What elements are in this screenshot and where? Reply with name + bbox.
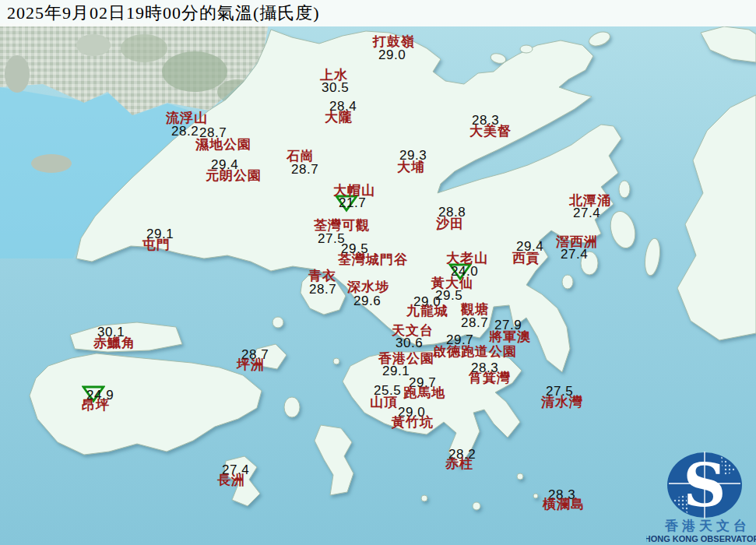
station-temp: 28.2 (171, 125, 199, 138)
station-temp: 27.4 (573, 206, 600, 220)
station-name: 青衣 (308, 269, 336, 283)
station-name: 北潭涌 (569, 194, 611, 207)
map-title-text: 2025年9月02日19時00分的氣溫(攝氏度) (7, 2, 320, 25)
station-name: 滘西洲 (556, 235, 598, 248)
station-temp: 30.6 (396, 336, 423, 350)
logo-english-text: HONG KONG OBSERVATORY (646, 534, 756, 543)
station-name: 啟德跑道公園 (433, 345, 517, 358)
station-name: 筲箕灣 (469, 371, 511, 385)
station-name: 清水灣 (541, 396, 583, 409)
station-name: 橫瀾島 (543, 498, 585, 511)
station-name: 跑馬地 (403, 386, 445, 399)
station-temp: 29.1 (382, 364, 410, 378)
logo-chinese-text: 香港天文台 (664, 519, 751, 533)
station-temp: 27.4 (561, 248, 588, 261)
station-name: 九龍城 (406, 304, 448, 318)
station-temp: 29.0 (378, 48, 406, 62)
station-name: 大埔 (397, 160, 425, 174)
station-name: 流浮山 (166, 111, 208, 125)
station-name: 大隴 (325, 111, 353, 124)
station-temp: 28.7 (291, 163, 318, 176)
station-name: 大老山 (446, 251, 488, 265)
station-name: 上水 (320, 69, 348, 82)
station-temp: 28.7 (309, 283, 336, 296)
station-name: 赤柱 (445, 457, 473, 470)
station-name: 黃大仙 (431, 276, 473, 290)
station-name: 深水埗 (347, 280, 389, 294)
station-name: 坪洲 (237, 358, 265, 371)
station-name: 屯門 (142, 238, 171, 251)
station-name: 西貢 (512, 251, 540, 265)
station-name: 大帽山 (333, 184, 375, 197)
station-name: 黃竹坑 (392, 416, 434, 429)
station-temp: 21.7 (339, 196, 366, 209)
station-temp: 29.6 (353, 294, 381, 308)
station-name: 元朗公園 (206, 169, 262, 182)
station-name: 將軍澳 (489, 330, 531, 343)
station-name: 打鼓嶺 (373, 35, 415, 48)
station-name: 香港公園 (378, 352, 434, 365)
station-name: 赤鱲角 (93, 336, 135, 350)
station-name: 山頂 (370, 396, 398, 409)
station-name: 長洲 (217, 473, 245, 487)
station-name: 荃灣城門谷 (338, 253, 408, 266)
temperature-map-screen: 2025年9月02日19時00分的氣溫(攝氏度) 29.0打鼓嶺30.5上水28… (0, 0, 756, 545)
station-name: 荃灣可觀 (314, 219, 370, 232)
station-temp: 30.5 (322, 81, 349, 94)
logo-s-symbol: S (684, 451, 726, 520)
station-temp: 28.7 (461, 316, 488, 329)
hko-logo: S 香港天文台 HONG KONG OBSERVATORY (646, 441, 756, 545)
station-name: 沙田 (436, 217, 464, 230)
station-name: 石崗 (287, 149, 315, 163)
station-name: 濕地公園 (195, 138, 251, 151)
station-name: 大美督 (469, 125, 512, 138)
map-title: 2025年9月02日19時00分的氣溫(攝氏度) (0, 0, 756, 26)
station-name: 昂坪 (82, 399, 110, 412)
station-name: 觀塘 (461, 303, 489, 316)
station-name: 天文台 (392, 324, 434, 337)
stations-layer: 29.0打鼓嶺30.5上水28.4大隴28.2流浮山28.7濕地公園29.4元朗… (0, 0, 756, 545)
